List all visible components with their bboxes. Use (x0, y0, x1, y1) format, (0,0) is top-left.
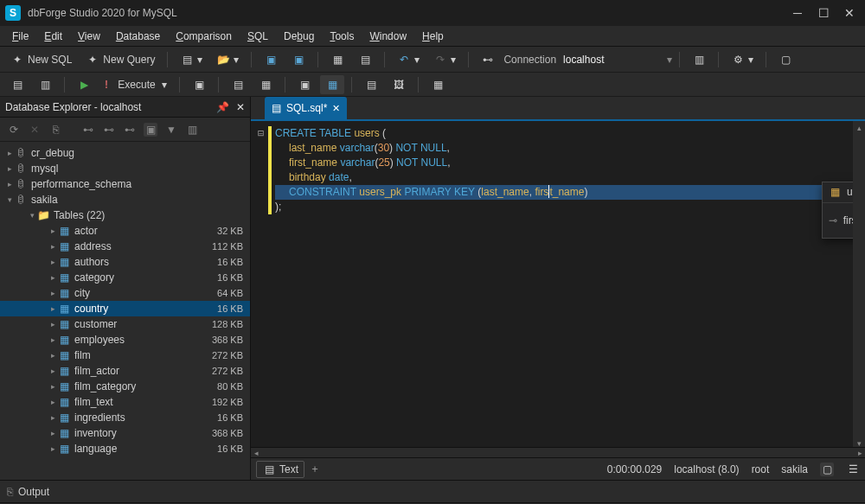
expand-icon[interactable]: ▾ (5, 195, 14, 204)
tb-btn-10[interactable]: ⚙▾ (726, 50, 759, 69)
filter-icon[interactable]: ▼ (164, 123, 178, 137)
tb-save-button[interactable]: ▣ (259, 50, 283, 69)
new-query-button[interactable]: ✦New Query (80, 50, 160, 69)
expand-icon[interactable]: ▸ (48, 444, 57, 453)
expand-icon[interactable]: ▸ (48, 304, 57, 313)
table-node[interactable]: ▸▦city64 KB (0, 285, 250, 301)
tb-btn-b[interactable]: ▥ (33, 75, 57, 94)
table-node[interactable]: ▸▦category16 KB (0, 270, 250, 285)
tb-btn-d[interactable]: ▤ (226, 75, 250, 94)
output-panel-header[interactable]: ⎘ Output (0, 480, 865, 502)
list-icon[interactable]: ☰ (846, 463, 860, 476)
db-node[interactable]: ▸🛢performance_schema (0, 176, 250, 192)
pin-icon[interactable]: 📌 (216, 101, 229, 113)
tb-connection-button[interactable]: ⊷ (476, 50, 500, 69)
table-node[interactable]: ▸▦actor32 KB (0, 223, 250, 239)
expand-icon[interactable]: ▸ (48, 258, 57, 266)
tb-btn-g[interactable]: ▦ (320, 75, 344, 94)
tb-btn-h[interactable]: ▤ (359, 75, 383, 94)
table-node[interactable]: ▸▦country16 KB (0, 301, 250, 316)
table-node[interactable]: ▸▦film272 KB (0, 348, 250, 363)
tables-folder[interactable]: ▾📁Tables (22) (0, 207, 250, 223)
menu-window[interactable]: Window (362, 28, 413, 45)
add-tab-button[interactable]: ＋ (310, 462, 320, 476)
menu-database[interactable]: Database (109, 28, 167, 45)
plug-icon[interactable]: ⊷ (81, 123, 95, 137)
plug-add-icon[interactable]: ⊷ (123, 123, 137, 137)
copy-icon[interactable]: ⎘ (48, 123, 62, 137)
expand-icon[interactable]: ▸ (5, 180, 14, 188)
columns-icon[interactable]: ▥ (185, 123, 199, 137)
table-node[interactable]: ▸▦employees368 KB (0, 332, 250, 348)
expand-icon[interactable]: ▸ (48, 398, 57, 406)
menu-debug[interactable]: Debug (277, 28, 321, 45)
delete-icon[interactable]: ✕ (28, 123, 42, 137)
expand-icon[interactable]: ▸ (48, 320, 57, 329)
tb-redo-button[interactable]: ↷▾ (428, 50, 461, 69)
table-node[interactable]: ▸▦inventory368 KB (0, 425, 250, 441)
menu-file[interactable]: File (5, 28, 35, 45)
expand-icon[interactable]: ▸ (48, 429, 57, 437)
close-panel-icon[interactable]: ✕ (236, 101, 245, 113)
expand-icon[interactable]: ▸ (48, 351, 57, 360)
expand-icon[interactable]: ▸ (48, 273, 57, 282)
expand-icon[interactable]: ▸ (48, 226, 57, 235)
tb-btn-11[interactable]: ▢ (773, 50, 798, 69)
table-node[interactable]: ▸▦customer128 KB (0, 316, 250, 332)
expand-icon[interactable]: ▸ (48, 242, 57, 251)
db-node[interactable]: ▾🛢sakila (0, 192, 250, 207)
refresh-icon[interactable]: ⟳ (7, 123, 21, 137)
tb-btn-j[interactable]: ▦ (426, 75, 450, 94)
menu-tools[interactable]: Tools (323, 28, 361, 45)
tb-undo-button[interactable]: ↶▾ (392, 50, 425, 69)
tab-sql[interactable]: ▤ SQL.sql* ✕ (265, 97, 347, 119)
new-sql-button[interactable]: ✦New SQL (5, 50, 77, 69)
connection-value[interactable]: localhost (560, 54, 663, 66)
minimize-button[interactable]: ─ (787, 4, 808, 22)
db-node[interactable]: ▸🛢mysql (0, 161, 250, 176)
menu-sql[interactable]: SQL (240, 28, 275, 45)
expand-icon[interactable]: ▸ (5, 164, 14, 173)
window-icon[interactable]: ▣ (144, 123, 157, 137)
table-node[interactable]: ▸▦ingredients16 KB (0, 410, 250, 425)
horizontal-scrollbar[interactable]: ◂▸ (251, 447, 865, 457)
table-node[interactable]: ▸▦film_text192 KB (0, 394, 250, 410)
expand-icon[interactable]: ▸ (48, 382, 57, 391)
tb-saveall-button[interactable]: ▣ (286, 50, 311, 69)
vertical-scrollbar[interactable]: ▴▾ (853, 121, 865, 447)
text-tab-button[interactable]: ▤Text (256, 461, 304, 478)
tree[interactable]: ▸🛢cr_debug▸🛢mysql▸🛢performance_schema▾🛢s… (0, 142, 250, 480)
tb-btn-2[interactable]: 📂▾ (211, 50, 244, 69)
table-node[interactable]: ▸▦address112 KB (0, 239, 250, 254)
table-node[interactable]: ▸▦language16 KB (0, 441, 250, 456)
tb-btn-6[interactable]: ▤ (353, 50, 377, 69)
execute-button[interactable]: ! Execute ▾ (99, 75, 172, 94)
monitor-icon[interactable]: ▢ (820, 463, 834, 476)
code-editor[interactable]: ⊟CREATE TABLE users ( last_name varchar(… (251, 121, 865, 447)
tb-btn-9[interactable]: ▥ (687, 50, 711, 69)
db-node[interactable]: ▸🛢cr_debug (0, 145, 250, 161)
tb-btn-a[interactable]: ▤ (5, 75, 29, 94)
tab-close-icon[interactable]: ✕ (332, 103, 340, 114)
expand-icon[interactable]: ▸ (48, 413, 57, 422)
plug-icon[interactable]: ⊷ (102, 123, 116, 137)
maximize-button[interactable]: ☐ (813, 4, 834, 22)
table-node[interactable]: ▸▦film_actor272 KB (0, 363, 250, 379)
fold-icon[interactable]: ⊟ (258, 126, 268, 141)
expand-icon[interactable]: ▾ (28, 211, 36, 220)
menu-edit[interactable]: Edit (37, 28, 69, 45)
tb-btn-c[interactable]: ▣ (187, 75, 211, 94)
table-node[interactable]: ▸▦authors16 KB (0, 254, 250, 270)
table-node[interactable]: ▸▦film_category80 KB (0, 379, 250, 394)
tb-btn-1[interactable]: ▤▾ (175, 50, 208, 69)
tb-btn-e[interactable]: ▦ (253, 75, 278, 94)
expand-icon[interactable]: ▸ (48, 289, 57, 297)
menu-comparison[interactable]: Comparison (169, 28, 239, 45)
expand-icon[interactable]: ▸ (5, 149, 14, 157)
tb-btn-f[interactable]: ▣ (292, 75, 317, 94)
menu-help[interactable]: Help (415, 28, 451, 45)
expand-icon[interactable]: ▸ (48, 335, 57, 344)
expand-icon[interactable]: ▸ (48, 367, 57, 375)
tb-btn-5[interactable]: ▦ (325, 50, 349, 69)
close-button[interactable]: ✕ (839, 4, 860, 22)
